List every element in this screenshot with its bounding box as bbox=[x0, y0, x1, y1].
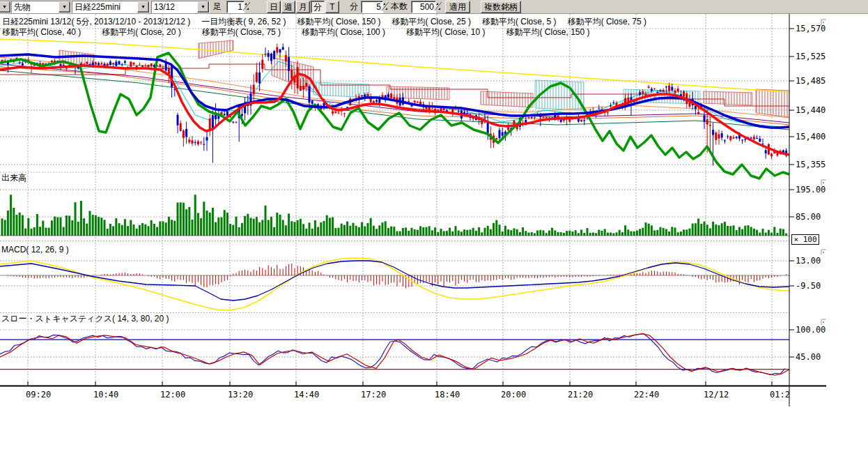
timeframe-minute-button[interactable]: 分 bbox=[311, 1, 325, 13]
symbol-combo[interactable]: 日経225mini ▼ bbox=[72, 1, 150, 13]
volume-bar bbox=[100, 218, 102, 236]
pane-resize-grip[interactable] bbox=[823, 321, 824, 323]
volume-bar bbox=[203, 202, 205, 236]
volume-bar bbox=[470, 229, 472, 236]
pane-resize-grip[interactable] bbox=[823, 252, 824, 253]
volume-bar bbox=[294, 222, 296, 236]
pane-resize-grip[interactable] bbox=[823, 22, 824, 23]
apply-button[interactable]: 適用 bbox=[445, 1, 470, 13]
chevron-down-icon[interactable]: ▼ bbox=[59, 1, 70, 13]
volume-bar bbox=[695, 223, 697, 236]
candle-body bbox=[305, 83, 307, 87]
volume-bar bbox=[98, 217, 100, 236]
candle-body bbox=[141, 66, 144, 68]
bar-count-input[interactable]: 500 bbox=[411, 1, 436, 13]
candle-body bbox=[677, 89, 679, 91]
volume-bar bbox=[320, 222, 322, 236]
candle-body bbox=[261, 60, 263, 69]
volume-bar bbox=[185, 209, 187, 236]
volume-bar bbox=[42, 221, 44, 236]
y-axis-label: 15,355 bbox=[796, 160, 826, 169]
candle-body bbox=[580, 120, 582, 122]
volume-bar bbox=[721, 223, 723, 236]
y-axis-label: 85.00 bbox=[796, 212, 821, 222]
ashi-spinner[interactable] bbox=[242, 1, 251, 12]
volume-bar bbox=[367, 223, 369, 236]
candle-body bbox=[759, 139, 761, 142]
volume-bar bbox=[738, 227, 741, 236]
candle-body bbox=[502, 132, 504, 136]
macd-signal-line bbox=[0, 258, 789, 310]
volume-bar bbox=[510, 230, 512, 236]
volume-bar bbox=[302, 224, 304, 236]
chevron-down-icon[interactable]: ▼ bbox=[197, 1, 209, 13]
candle-body bbox=[639, 92, 641, 95]
timeframe-month-button[interactable]: 月 bbox=[296, 1, 310, 13]
hidden-combo-partial[interactable]: ▼ bbox=[0, 1, 11, 13]
volume-bar bbox=[279, 215, 281, 236]
volume-bar bbox=[727, 226, 729, 236]
candle-body bbox=[159, 64, 161, 67]
chevron-down-icon[interactable]: ▼ bbox=[137, 1, 149, 13]
candle-body bbox=[662, 90, 665, 92]
bar-count-spinner[interactable] bbox=[434, 1, 442, 12]
volume-bar bbox=[56, 218, 59, 236]
candle-body bbox=[729, 136, 731, 140]
candle-body bbox=[697, 112, 699, 114]
macd-line bbox=[0, 261, 789, 301]
candle-body bbox=[458, 112, 460, 112]
plot-area[interactable] bbox=[0, 14, 789, 386]
chevron-down-icon[interactable]: ▼ bbox=[0, 1, 10, 13]
contract-month-combo[interactable]: 13/12 ▼ bbox=[151, 1, 210, 13]
volume-bar bbox=[408, 231, 410, 236]
time-axis-label: 12/12 bbox=[704, 390, 729, 400]
chart-canvas[interactable] bbox=[0, 0, 868, 456]
candle-body bbox=[270, 54, 272, 61]
candle-body bbox=[736, 137, 738, 138]
pane-resize-grip[interactable] bbox=[823, 182, 824, 183]
volume-bar bbox=[578, 233, 580, 236]
volume-bar bbox=[22, 215, 24, 236]
y-axis-label: 45.00 bbox=[796, 352, 821, 362]
candle-body bbox=[139, 65, 141, 66]
candle-body bbox=[656, 92, 658, 93]
time-axis-label: 13:20 bbox=[228, 390, 253, 400]
volume-bar bbox=[607, 233, 609, 236]
volume-bar bbox=[592, 233, 594, 236]
volume-pane-title: 出来高 bbox=[1, 172, 26, 184]
volume-bar bbox=[346, 222, 348, 236]
minute-value-input[interactable]: 5 bbox=[361, 1, 383, 13]
volume-bar bbox=[349, 226, 351, 236]
volume-bar bbox=[560, 232, 562, 236]
multi-symbol-button[interactable]: 複数銘柄 bbox=[481, 1, 521, 13]
timeframe-tick-button[interactable]: T bbox=[325, 1, 339, 13]
volume-bar bbox=[238, 227, 240, 236]
volume-bar bbox=[396, 231, 398, 236]
volume-bar bbox=[317, 227, 319, 236]
timeframe-week-button[interactable]: 週 bbox=[281, 1, 295, 13]
volume-bar bbox=[258, 222, 261, 236]
minute-spinner[interactable] bbox=[381, 1, 389, 12]
volume-bar bbox=[232, 225, 234, 236]
volume-bar bbox=[741, 229, 743, 236]
y-axis-label: 15,440 bbox=[796, 105, 826, 115]
candle-body bbox=[297, 67, 299, 89]
volume-bar bbox=[589, 233, 591, 236]
market-type-combo[interactable]: 先物 ▼ bbox=[11, 1, 71, 13]
volume-bar bbox=[282, 220, 284, 236]
candle-body bbox=[95, 63, 97, 65]
volume-bar bbox=[621, 232, 623, 236]
ashi-label: 足 bbox=[213, 1, 222, 12]
volume-bar bbox=[513, 229, 516, 236]
volume-bar bbox=[773, 227, 775, 236]
timeframe-day-button[interactable]: 日 bbox=[267, 1, 281, 13]
volume-bar bbox=[411, 228, 413, 236]
candle-body bbox=[756, 138, 758, 139]
volume-bar bbox=[642, 228, 644, 236]
volume-bar bbox=[31, 229, 33, 236]
volume-bar bbox=[10, 195, 12, 236]
volume-bar bbox=[121, 225, 123, 236]
volume-bar bbox=[587, 228, 589, 236]
volume-bar bbox=[636, 231, 638, 236]
volume-bar bbox=[139, 225, 141, 236]
